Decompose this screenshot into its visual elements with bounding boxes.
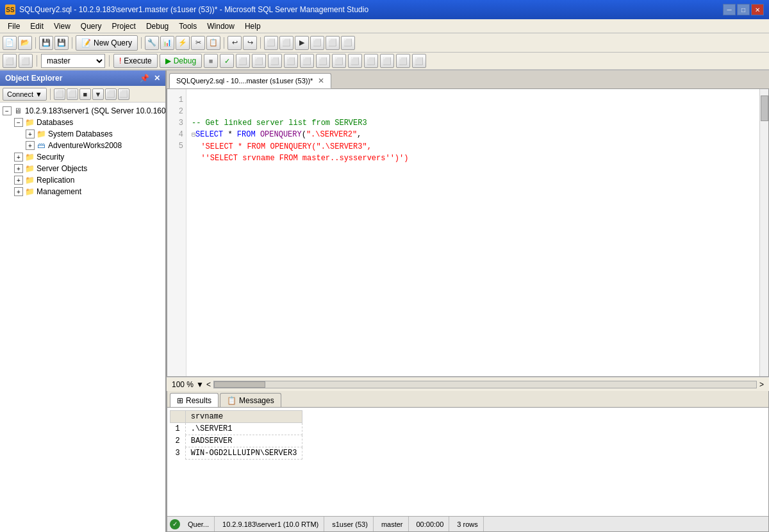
tb2-btn-3[interactable]: ⬜ [236, 54, 250, 68]
pin-icon[interactable]: 📌 [140, 74, 149, 83]
query-status-bar: ✓ Quer... 10.2.9.183\server1 (10.0 RTM) … [167, 516, 768, 531]
menu-query[interactable]: Query [76, 21, 107, 32]
tb2-btn-1[interactable]: ⬜ [3, 54, 17, 68]
tb2-btn-6[interactable]: ⬜ [284, 54, 298, 68]
tb-btn-6[interactable]: ⬜ [264, 36, 278, 50]
results-tab-icon: ⊞ [177, 396, 183, 405]
databases-label: Databases [37, 118, 73, 127]
tb2-btn-9[interactable]: ⬜ [332, 54, 346, 68]
tree-item-security[interactable]: + 📁 Security [0, 151, 165, 163]
tb-btn-4[interactable]: ✂ [191, 36, 205, 50]
menu-debug[interactable]: Debug [141, 21, 174, 32]
oe-btn-4[interactable]: ⬜ [105, 88, 117, 100]
tb-btn-1[interactable]: 🔧 [145, 36, 159, 50]
zoom-percent-label: 100 % [172, 380, 194, 389]
editor-tab-bar: SQLQuery2.sql - 10....master (s1user (53… [167, 71, 769, 88]
aw-db-icon: 🗃 [36, 140, 46, 151]
tree-item-system-databases[interactable]: + 📁 System Databases [0, 128, 165, 140]
security-expand-icon[interactable]: + [14, 153, 23, 162]
undo-button[interactable]: ↩ [227, 36, 242, 50]
minimize-button[interactable]: ─ [723, 4, 736, 15]
tb-btn-5[interactable]: 📋 [206, 36, 220, 50]
menu-tools[interactable]: Tools [174, 21, 202, 32]
oe-btn-5[interactable]: ⬜ [118, 88, 129, 100]
oe-btn-2[interactable]: ⬜ [67, 88, 78, 100]
system-db-expand-icon[interactable]: + [26, 129, 35, 138]
server-objects-expand-icon[interactable]: + [14, 164, 23, 173]
connect-button[interactable]: Connect ▼ [3, 88, 47, 101]
messages-tab[interactable]: 📋 Messages [220, 393, 281, 407]
tb2-btn-8[interactable]: ⬜ [316, 54, 330, 68]
databases-expand-icon[interactable]: − [14, 118, 23, 127]
tb-btn-7[interactable]: ⬜ [279, 36, 294, 50]
editor-vertical-scrollbar[interactable] [759, 89, 768, 376]
maximize-button[interactable]: □ [737, 4, 750, 15]
oe-toolbar: Connect ▼ ⬜ ⬜ ■ ▼ ⬜ ⬜ [0, 86, 165, 103]
execute-button[interactable]: ! Execute [113, 54, 158, 68]
oe-btn-3[interactable]: ■ [79, 88, 91, 100]
tb2-btn-7[interactable]: ⬜ [300, 54, 314, 68]
debug-button[interactable]: ▶ Debug [160, 54, 202, 68]
management-folder-icon: 📁 [24, 187, 35, 197]
tree-item-management[interactable]: + 📁 Management [0, 186, 165, 197]
menu-file[interactable]: File [3, 21, 25, 32]
line-num-2: 2 [167, 106, 183, 117]
tb-btn-8[interactable]: ▶ [295, 36, 309, 50]
toolbar2-separator-2 [109, 55, 110, 67]
tb2-btn-14[interactable]: ⬜ [412, 54, 426, 68]
tree-item-replication[interactable]: + 📁 Replication [0, 174, 165, 186]
open-button[interactable]: 📂 [18, 36, 32, 50]
menu-project[interactable]: Project [107, 21, 141, 32]
col-header-srvname: srvname [185, 411, 302, 423]
oe-filter-btn[interactable]: ▼ [92, 88, 104, 100]
database-selector[interactable]: master [41, 54, 105, 68]
tb2-btn-10[interactable]: ⬜ [348, 54, 362, 68]
new-query-button[interactable]: 📝 New Query [76, 35, 138, 51]
tb2-btn-12[interactable]: ⬜ [380, 54, 394, 68]
tree-item-server[interactable]: − 🖥 10.2.9.183\server1 (SQL Server 10.0.… [0, 105, 165, 117]
debug-icon: ▶ [165, 56, 171, 65]
menu-edit[interactable]: Edit [25, 21, 49, 32]
editor-area: 1 2 3 4 5 -- Get linked server list from… [167, 88, 769, 377]
server-expand-icon[interactable]: − [3, 106, 12, 115]
oe-btn-1[interactable]: ⬜ [54, 88, 65, 100]
scrollbar-thumb[interactable] [761, 96, 768, 121]
save-all-button[interactable]: 💾 [54, 36, 69, 50]
line-2-comment: -- Get linked server list from SERVER3 [192, 119, 367, 128]
tb-btn-3[interactable]: ⚡ [176, 36, 190, 50]
horizontal-scrollbar[interactable] [213, 381, 757, 388]
oe-close[interactable]: ✕ [154, 74, 160, 83]
sql-editor[interactable]: -- Get linked server list from SERVER3 ⊟… [186, 89, 759, 376]
tb2-btn-11[interactable]: ⬜ [364, 54, 378, 68]
tb2-btn-4[interactable]: ⬜ [252, 54, 266, 68]
tree-item-adventureworks[interactable]: + 🗃 AdventureWorks2008 [0, 140, 165, 151]
save-button[interactable]: 💾 [39, 36, 53, 50]
parse-button[interactable]: ✓ [220, 54, 234, 68]
query-tab[interactable]: SQLQuery2.sql - 10....master (s1user (53… [169, 73, 331, 88]
server-objects-folder-icon: 📁 [24, 163, 35, 174]
close-button[interactable]: ✕ [751, 4, 764, 15]
tb-btn-10[interactable]: ⬜ [326, 36, 340, 50]
aw-expand-icon[interactable]: + [26, 141, 35, 150]
tb2-btn-5[interactable]: ⬜ [268, 54, 282, 68]
h-scrollbar-thumb[interactable] [214, 381, 265, 388]
redo-button[interactable]: ↪ [243, 36, 257, 50]
tb-btn-2[interactable]: 📊 [160, 36, 174, 50]
menu-window[interactable]: Window [202, 21, 240, 32]
new-file-button[interactable]: 📄 [3, 36, 17, 50]
tab-close-icon[interactable]: ✕ [318, 76, 324, 85]
object-explorer-header: Object Explorer 📌 ✕ [0, 71, 165, 86]
menu-view[interactable]: View [49, 21, 76, 32]
replication-expand-icon[interactable]: + [14, 176, 23, 185]
results-tab[interactable]: ⊞ Results [170, 393, 219, 407]
tb-btn-9[interactable]: ⬜ [310, 36, 324, 50]
tree-item-databases[interactable]: − 📁 Databases [0, 117, 165, 128]
stop-button[interactable]: ■ [204, 54, 218, 68]
tree-item-server-objects[interactable]: + 📁 Server Objects [0, 163, 165, 174]
menu-help[interactable]: Help [240, 21, 266, 32]
management-expand-icon[interactable]: + [14, 187, 23, 196]
tb2-btn-13[interactable]: ⬜ [396, 54, 410, 68]
tb-btn-11[interactable]: ⬜ [341, 36, 355, 50]
tb2-btn-2[interactable]: ⬜ [19, 54, 33, 68]
query-ok-icon: ✓ [170, 519, 180, 529]
